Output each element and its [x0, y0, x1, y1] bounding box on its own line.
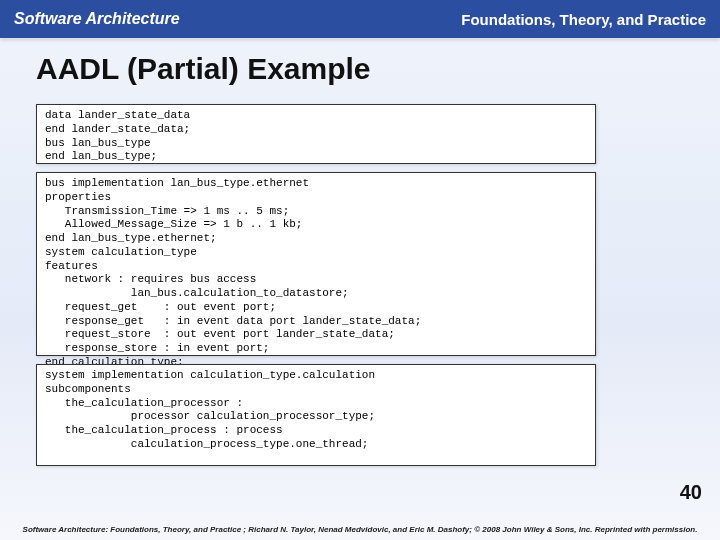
footer-citation: Software Architecture: Foundations, Theo… [0, 525, 720, 534]
header-right: Foundations, Theory, and Practice [461, 11, 706, 28]
slide: Software Architecture Foundations, Theor… [0, 0, 720, 540]
header-bar: Software Architecture Foundations, Theor… [0, 0, 720, 38]
code-block-3: system implementation calculation_type.c… [36, 364, 596, 466]
header-left: Software Architecture [14, 10, 180, 28]
page-number: 40 [680, 481, 702, 504]
slide-title: AADL (Partial) Example [36, 52, 371, 86]
code-block-1: data lander_state_data end lander_state_… [36, 104, 596, 164]
code-block-2: bus implementation lan_bus_type.ethernet… [36, 172, 596, 356]
